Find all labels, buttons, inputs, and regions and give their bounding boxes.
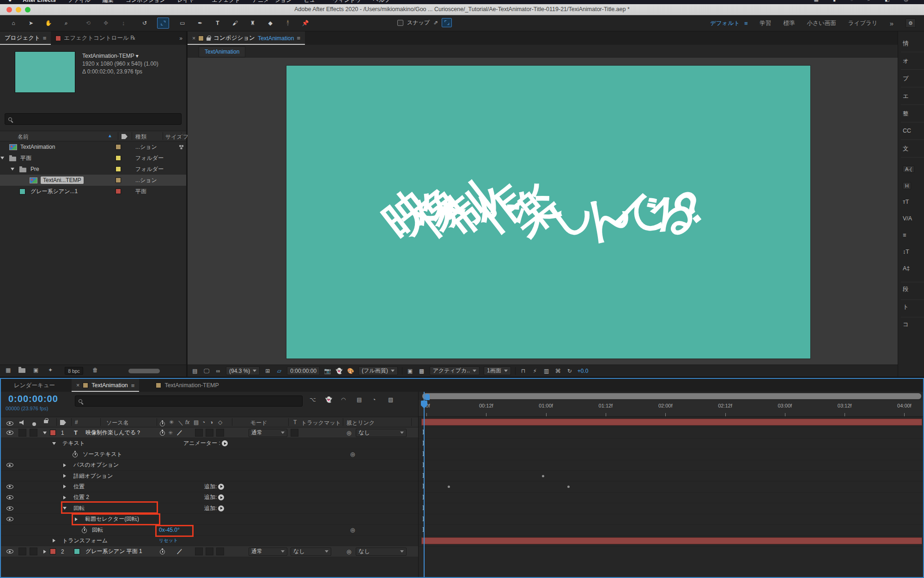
lock-icon[interactable] bbox=[207, 37, 211, 41]
dock-tab-オ[interactable]: オ bbox=[903, 57, 924, 65]
timeline-row-1[interactable]: テキストアニメーター : bbox=[1, 438, 418, 449]
time-ruler[interactable]: 00f00:12f01:00f01:12f02:00f02:12f03:00f0… bbox=[419, 400, 923, 417]
char-control-5[interactable]: ↕T bbox=[903, 249, 924, 255]
transparency-grid-icon[interactable]: ▩ bbox=[418, 367, 426, 375]
timeline-track-area[interactable]: 00f00:12f01:00f01:12f02:00f02:12f03:00f0… bbox=[418, 392, 923, 577]
project-item-1[interactable]: 平面フォルダー bbox=[0, 152, 186, 164]
close-tab-icon[interactable]: × bbox=[192, 35, 195, 42]
view-layout-dropdown[interactable]: 1画面 bbox=[484, 366, 511, 375]
layer-name[interactable]: 映像制作楽しんでる？ bbox=[85, 427, 141, 438]
timeline-row-4[interactable]: 詳細オプション bbox=[1, 471, 418, 481]
char-control-4[interactable]: ≡ bbox=[903, 232, 924, 238]
trash-icon[interactable]: 🗑 bbox=[92, 367, 98, 373]
motion-blur-icon[interactable]: ◔ bbox=[372, 396, 376, 403]
expander-icon[interactable] bbox=[11, 164, 14, 175]
channels-icon[interactable]: 🎨 bbox=[347, 367, 354, 375]
tab-project[interactable]: プロジェクト≡ bbox=[0, 31, 51, 45]
composition-viewer[interactable]: 映像制作楽しんでる? bbox=[188, 58, 898, 365]
dock-tab-CC[interactable]: CC bbox=[903, 128, 924, 134]
menu-1[interactable]: ファイル bbox=[68, 0, 91, 4]
dock-tab-段[interactable]: 段 bbox=[903, 286, 924, 293]
color-depth-button[interactable]: 8 bpc bbox=[65, 367, 83, 375]
label-chip[interactable] bbox=[116, 141, 121, 152]
column-type[interactable]: 種類 bbox=[135, 133, 146, 141]
timeline-columns-header[interactable]: # ソース名 ✳ ＼ fx ▤ ◔ ◑ ◇ モード T トラックマット 親とリン… bbox=[1, 417, 418, 427]
expander-icon[interactable] bbox=[1, 152, 4, 164]
viewer-subtab[interactable]: TextAnimation bbox=[199, 46, 245, 57]
animator-add-button[interactable] bbox=[222, 438, 228, 449]
orbit-camera-tool[interactable]: ⟲ bbox=[82, 18, 94, 29]
label-chip[interactable] bbox=[50, 546, 56, 557]
flowchart-icon[interactable]: ⌘ bbox=[554, 367, 562, 375]
label-chip[interactable] bbox=[50, 427, 56, 438]
expander-icon[interactable] bbox=[63, 481, 66, 492]
timeline-row-10[interactable]: トランスフォームリセット bbox=[1, 535, 418, 546]
pan-camera-tool[interactable]: ✥ bbox=[100, 18, 112, 29]
property-group-name[interactable]: テキスト bbox=[62, 438, 85, 449]
menu-8[interactable]: ウィンドウ bbox=[333, 0, 361, 4]
eraser-tool[interactable]: ◆ bbox=[264, 18, 276, 29]
dock-tab-コ[interactable]: コ bbox=[903, 321, 924, 329]
timeline-tab-2[interactable]: TextAnimation-TEMP bbox=[151, 379, 223, 392]
label-chip[interactable] bbox=[116, 164, 121, 175]
timeline-tab-1[interactable]: ×TextAnimation≡ bbox=[72, 379, 139, 392]
hide-shy-icon[interactable]: ◠ bbox=[341, 396, 346, 403]
timeline-row-2[interactable]: ソーステキスト◎ bbox=[1, 449, 418, 460]
camera-brackets-tool[interactable]: ⌞⌝ bbox=[157, 18, 169, 29]
project-item-2[interactable]: Preフォルダー bbox=[0, 164, 186, 175]
project-item-name[interactable]: グレー系シアン...1 bbox=[30, 186, 78, 197]
workspace-2[interactable]: 標準 bbox=[784, 19, 795, 27]
rectangle-tool[interactable]: ▭ bbox=[176, 18, 188, 29]
workspace-settings-icon[interactable]: ⚙ bbox=[906, 18, 916, 28]
dock-tab-整[interactable]: 整 bbox=[903, 110, 924, 118]
column-size[interactable]: サイズ bbox=[165, 133, 182, 141]
timeline-tab-label[interactable]: TextAnimation-TEMP bbox=[164, 382, 219, 389]
always-preview-icon[interactable]: ▤ bbox=[191, 367, 199, 375]
pixel-aspect-icon[interactable]: ⊓ bbox=[520, 367, 527, 375]
timeline-search-input[interactable] bbox=[75, 395, 303, 407]
snap-checkbox[interactable] bbox=[397, 20, 403, 26]
panel-menu-icon[interactable]: ≡ bbox=[297, 35, 300, 42]
time-navigator-bar[interactable] bbox=[422, 393, 921, 399]
pickwhip-icon[interactable]: ◎ bbox=[350, 525, 355, 535]
panel-menu-icon[interactable]: ≡ bbox=[131, 382, 135, 389]
puppet-tool[interactable]: 🕴 bbox=[282, 18, 294, 29]
comp-tab-name[interactable]: TextAnimation bbox=[258, 35, 294, 42]
timeline-row-11[interactable]: 2グレー系シアン 平面 1／通常なし◎なし bbox=[1, 546, 418, 557]
menu-9[interactable]: ヘルプ bbox=[373, 0, 390, 4]
parent-dropdown[interactable]: なし bbox=[356, 427, 407, 438]
workspace-0[interactable]: デフォルト bbox=[710, 19, 740, 27]
zoom-tool[interactable]: ⌕ bbox=[60, 18, 72, 29]
layer-duration-bar[interactable] bbox=[421, 419, 922, 426]
keyframe-dot[interactable] bbox=[542, 475, 544, 477]
timeline-tab-0[interactable]: レンダーキュー bbox=[9, 379, 60, 392]
trackmatte-column[interactable]: トラックマット bbox=[301, 419, 341, 427]
char-control-2[interactable]: ᴛT bbox=[903, 199, 924, 205]
tab-effect-controls[interactable]: エフェクトコントロール ℞ bbox=[51, 31, 140, 45]
menu-7[interactable]: ビュー bbox=[304, 0, 321, 4]
timeline-tab-label[interactable]: TextAnimation bbox=[91, 382, 128, 389]
trackmatte-dropdown[interactable]: なし bbox=[291, 546, 331, 557]
eye-icon[interactable] bbox=[6, 546, 13, 557]
project-item-4[interactable]: グレー系シアン...1平面 bbox=[0, 186, 186, 197]
eye-icon[interactable] bbox=[6, 492, 13, 503]
workspace-3[interactable]: 小さい画面 bbox=[807, 19, 836, 27]
menu-0[interactable]: After Effects bbox=[23, 0, 55, 4]
snapshot-icon[interactable]: 📷 bbox=[324, 367, 331, 375]
char-control-1[interactable]: H bbox=[903, 182, 911, 189]
reset-exposure-icon[interactable]: ↻ bbox=[566, 367, 573, 375]
property-name[interactable]: 回転 bbox=[92, 525, 103, 535]
timeline-row-3[interactable]: パスのオプション bbox=[1, 460, 418, 470]
frame-blend-icon[interactable]: ▤ bbox=[357, 396, 362, 403]
add-button[interactable] bbox=[218, 503, 224, 514]
eye-icon[interactable] bbox=[6, 481, 13, 492]
blend-mode-dropdown[interactable]: 通常 bbox=[249, 546, 287, 557]
label-chip[interactable] bbox=[116, 186, 121, 197]
tab-overflow-icon[interactable]: » bbox=[179, 31, 186, 45]
project-item-name[interactable]: Pre bbox=[30, 164, 39, 175]
fast-previews-icon[interactable]: ⚡ bbox=[531, 367, 539, 375]
add-button[interactable] bbox=[218, 492, 224, 503]
comp-info-name[interactable]: TextAnimation-TEMP ▾ bbox=[82, 52, 158, 60]
eye-icon[interactable] bbox=[6, 503, 13, 514]
exposure-value[interactable]: +0.0 bbox=[578, 368, 589, 374]
